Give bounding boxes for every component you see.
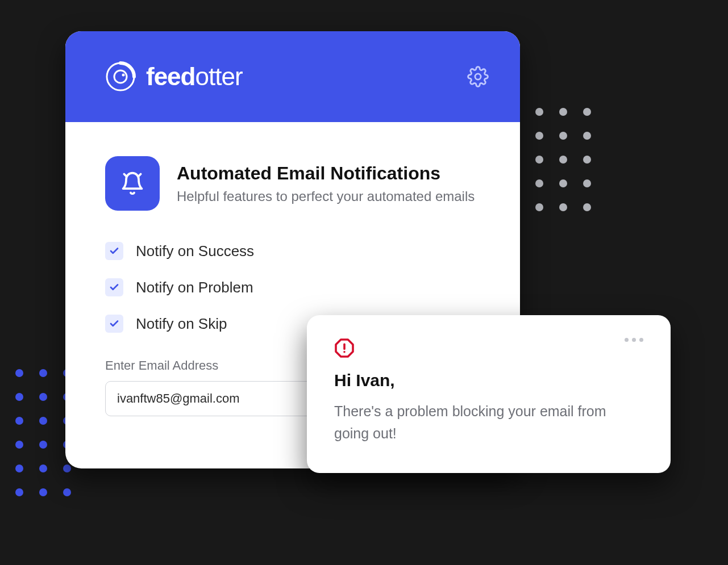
- checkbox-label: Notify on Skip: [136, 315, 227, 333]
- section-title-row: Automated Email Notifications Helpful fe…: [105, 156, 480, 211]
- bell-icon: [120, 171, 145, 196]
- problem-toast: Hi Ivan, There's a problem blocking your…: [307, 315, 671, 473]
- decoration-dots-blue: [0, 369, 71, 496]
- brand-name: feedotter: [146, 62, 243, 91]
- svg-point-1: [114, 70, 127, 83]
- checkbox-label: Notify on Success: [136, 242, 254, 260]
- gear-icon[interactable]: [467, 66, 489, 87]
- check-icon: [109, 282, 119, 292]
- bell-badge: [105, 156, 160, 211]
- more-icon[interactable]: [625, 338, 643, 342]
- toast-greeting: Hi Ivan,: [334, 371, 643, 390]
- svg-point-6: [343, 351, 346, 353]
- check-icon: [109, 319, 119, 329]
- alert-octagon-icon: [334, 338, 355, 358]
- toast-body: There's a problem blocking your email fr…: [334, 400, 643, 445]
- brand-mark-icon: [105, 61, 136, 92]
- section-title: Automated Email Notifications: [177, 163, 475, 184]
- checkbox-problem[interactable]: [105, 278, 123, 296]
- section-subtitle: Helpful features to perfect your automat…: [177, 189, 475, 204]
- card-header: feedotter: [65, 31, 520, 122]
- check-icon: [109, 246, 119, 256]
- checkbox-skip[interactable]: [105, 315, 123, 333]
- svg-point-2: [122, 74, 125, 77]
- checkbox-success[interactable]: [105, 242, 123, 260]
- brand-logo: feedotter: [105, 61, 243, 92]
- check-row-success: Notify on Success: [105, 242, 480, 260]
- check-row-problem: Notify on Problem: [105, 278, 480, 296]
- decoration-dots-gray: [511, 108, 591, 211]
- svg-point-3: [475, 74, 481, 79]
- checkbox-label: Notify on Problem: [136, 279, 253, 296]
